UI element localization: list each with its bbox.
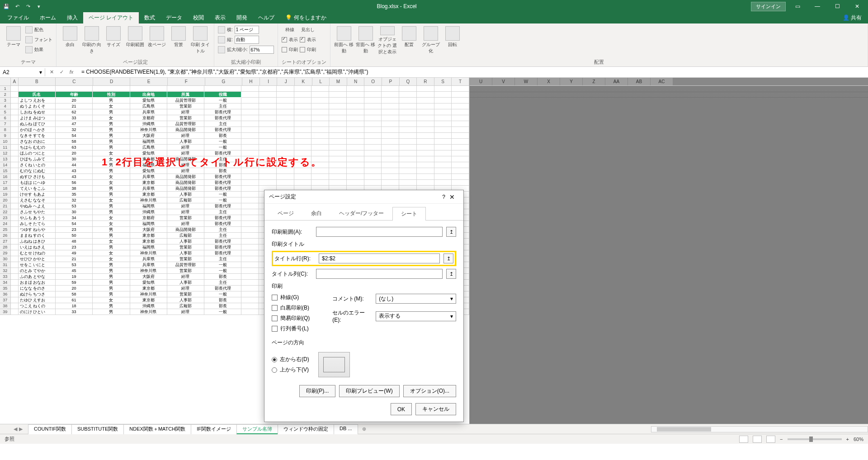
print-titles-button[interactable]: 印刷 タイトル xyxy=(190,25,210,55)
row-header-4[interactable]: 4 xyxy=(0,103,11,109)
cell[interactable] xyxy=(11,192,19,197)
bring-forward-button[interactable]: 前面へ 移動 xyxy=(334,25,354,55)
cell[interactable] xyxy=(277,115,294,121)
data-cell[interactable]: 48 xyxy=(56,239,93,244)
data-cell[interactable]: 部長 xyxy=(204,297,241,303)
cell[interactable] xyxy=(417,156,434,162)
data-cell[interactable]: 福岡県 xyxy=(130,221,167,227)
col-header-AC[interactable]: AC xyxy=(651,78,673,85)
col-header-B[interactable]: B xyxy=(19,78,56,85)
data-cell[interactable]: 33 xyxy=(56,309,93,315)
cell[interactable] xyxy=(294,115,312,121)
data-cell[interactable]: 愛知県 xyxy=(130,280,167,286)
cell[interactable] xyxy=(452,162,469,168)
data-cell[interactable]: 品質管理部 xyxy=(167,262,204,268)
height-input[interactable] xyxy=(235,36,259,44)
cell[interactable] xyxy=(277,174,294,180)
data-cell[interactable]: 女 xyxy=(93,215,130,221)
data-cell[interactable]: 一般 xyxy=(204,98,241,103)
data-cell[interactable]: 経理 xyxy=(167,162,204,168)
data-cell[interactable]: 32 xyxy=(56,197,93,203)
cell[interactable] xyxy=(452,174,469,180)
data-cell[interactable]: 男 xyxy=(93,244,130,250)
close-icon[interactable]: ✕ xyxy=(849,1,865,12)
options-button[interactable]: オプション(O)... xyxy=(403,385,456,397)
cell[interactable] xyxy=(417,103,434,109)
data-cell[interactable]: 21 xyxy=(56,103,93,109)
cell[interactable] xyxy=(241,168,259,174)
data-cell[interactable]: 男 xyxy=(93,274,130,280)
cell[interactable] xyxy=(399,139,417,145)
zoom-in-icon[interactable]: + xyxy=(846,437,849,442)
cell[interactable] xyxy=(11,180,19,186)
data-cell[interactable]: 主任 xyxy=(204,103,241,109)
cell[interactable] xyxy=(277,103,294,109)
gridlines-print[interactable]: 印刷 xyxy=(282,45,298,54)
data-cell[interactable]: 58 xyxy=(56,291,93,297)
data-cell[interactable]: 男 xyxy=(93,121,130,127)
sign-in-button[interactable]: サインイン xyxy=(751,2,786,11)
data-cell[interactable]: 人事部 xyxy=(167,239,204,244)
cell[interactable] xyxy=(11,168,19,174)
cell[interactable] xyxy=(382,139,399,145)
theme-effects[interactable]: 効果 xyxy=(25,45,52,54)
cell[interactable] xyxy=(434,98,452,103)
data-cell[interactable]: 品質管理部 xyxy=(167,98,204,103)
cell[interactable] xyxy=(11,274,19,280)
row-header-8[interactable]: 8 xyxy=(0,127,11,133)
cell[interactable] xyxy=(294,139,312,145)
cell[interactable] xyxy=(364,156,382,162)
help-icon[interactable]: ? xyxy=(442,194,445,200)
cell[interactable] xyxy=(241,121,259,127)
cell[interactable] xyxy=(452,180,469,186)
data-cell[interactable]: 経理 xyxy=(167,145,204,150)
data-cell[interactable]: 53 xyxy=(56,262,93,268)
row-header-11[interactable]: 11 xyxy=(0,145,11,150)
cell[interactable] xyxy=(241,139,259,145)
table-header-cell[interactable]: 所属 xyxy=(167,92,204,98)
data-cell[interactable]: 主任 xyxy=(204,209,241,215)
data-cell[interactable]: 男 xyxy=(93,133,130,139)
data-cell[interactable]: 東京都 xyxy=(130,286,167,291)
cell[interactable] xyxy=(399,103,417,109)
cell[interactable] xyxy=(417,127,434,133)
cell[interactable] xyxy=(347,145,364,150)
data-cell[interactable]: てえい をこふ xyxy=(19,186,56,192)
ribbon-tab-8[interactable]: 開発 xyxy=(231,12,253,23)
cell[interactable] xyxy=(130,86,167,92)
cell[interactable] xyxy=(241,133,259,139)
cell[interactable] xyxy=(294,180,312,186)
row-header-36[interactable]: 36 xyxy=(0,291,11,297)
cell[interactable] xyxy=(399,115,417,121)
data-cell[interactable]: 女 xyxy=(93,174,130,180)
row-header-27[interactable]: 27 xyxy=(0,239,11,244)
cell[interactable] xyxy=(364,115,382,121)
data-cell[interactable]: 男 xyxy=(93,227,130,233)
data-cell[interactable]: 49 xyxy=(56,250,93,256)
theme-colors[interactable]: 配色 xyxy=(25,25,52,34)
data-cell[interactable]: 男 xyxy=(93,168,130,174)
data-cell[interactable]: 30 xyxy=(56,209,93,215)
cell[interactable] xyxy=(347,156,364,162)
data-cell[interactable]: 主任 xyxy=(204,256,241,262)
cell[interactable] xyxy=(11,98,19,103)
table-header-cell[interactable]: 出身地 xyxy=(130,92,167,98)
print-preview-button[interactable]: 印刷プレビュー(W) xyxy=(339,385,399,397)
col-header-W[interactable]: W xyxy=(515,78,538,85)
data-cell[interactable]: 広報部 xyxy=(167,233,204,239)
cell[interactable] xyxy=(241,303,259,309)
data-cell[interactable]: たゆひ えすお xyxy=(19,297,56,303)
maximize-icon[interactable]: ☐ xyxy=(829,1,845,12)
data-cell[interactable]: 50 xyxy=(56,233,93,239)
data-cell[interactable]: 女 xyxy=(93,250,130,256)
data-cell[interactable]: 神奈川県 xyxy=(130,268,167,274)
cell[interactable] xyxy=(11,262,19,268)
cell[interactable] xyxy=(19,86,56,92)
data-cell[interactable]: 部長 xyxy=(204,274,241,280)
cell[interactable] xyxy=(241,150,259,156)
row-header-17[interactable]: 17 xyxy=(0,180,11,186)
data-cell[interactable]: 男 xyxy=(93,127,130,133)
ribbon-tab-5[interactable]: データ xyxy=(160,12,188,23)
data-cell[interactable]: 男 xyxy=(93,268,130,274)
data-cell[interactable]: 営業部 xyxy=(167,256,204,262)
